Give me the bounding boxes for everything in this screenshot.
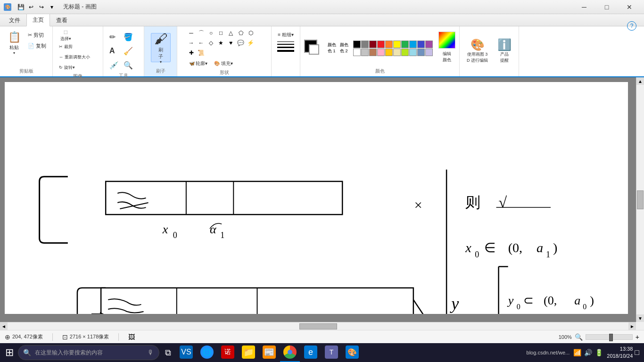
shape-pentagon[interactable]: ⬠ <box>236 28 246 38</box>
product-reminder-btn[interactable]: ℹ️ 产品提醒 <box>494 36 515 66</box>
color2-swatch[interactable] <box>309 44 319 55</box>
thickness-1[interactable] <box>277 41 294 42</box>
resize-btn[interactable]: ↔ 重新调整大小 <box>57 52 92 62</box>
fill-shape-btn[interactable]: 🎨 填充▾ <box>212 59 235 68</box>
thickness-4[interactable] <box>277 50 294 52</box>
taskbar-paint[interactable]: 🎨 <box>342 343 362 362</box>
color-gray[interactable] <box>361 41 369 48</box>
paint3d-btn[interactable]: 🎨 使用画图 3D 进行编辑 <box>463 36 491 66</box>
canvas-container[interactable]: x 0 α 1 × 则 √ <box>0 77 636 322</box>
color-lightblue[interactable] <box>409 41 417 48</box>
color-skyblue[interactable] <box>409 49 417 56</box>
pencil-btn[interactable]: ✏ <box>107 30 120 43</box>
scrollbar-horizontal[interactable]: ◄ ► <box>0 322 636 330</box>
edit-colors-btn[interactable]: 编辑颜色 <box>440 49 454 65</box>
taskbar-app3[interactable]: 诺 <box>218 343 238 362</box>
scrollbar-vertical[interactable]: ▲ ▼ <box>636 77 644 322</box>
shape-cross[interactable]: ✚ <box>187 48 196 58</box>
network-icon[interactable]: 📶 <box>573 349 581 356</box>
taskbar-app5[interactable]: 📰 <box>259 343 279 362</box>
color-white[interactable] <box>353 49 361 56</box>
shape-triangle[interactable]: △ <box>226 28 236 38</box>
color-lavender[interactable] <box>425 49 433 56</box>
shape-oval[interactable]: ○ <box>206 28 216 38</box>
notification-icon[interactable]: □ <box>635 348 639 357</box>
qa-dropdown-btn[interactable]: ▾ <box>47 2 57 12</box>
color-steelblue[interactable] <box>417 49 425 56</box>
maximize-btn[interactable]: □ <box>596 0 618 14</box>
shape-lightning[interactable]: ⚡ <box>246 38 256 48</box>
zoom-slider[interactable] <box>586 334 633 340</box>
shape-arrow-l[interactable]: ← <box>197 38 206 48</box>
taskbar-files[interactable]: 📁 <box>239 343 258 362</box>
scroll-thumb-v[interactable] <box>637 190 644 209</box>
color-blue[interactable] <box>417 41 425 48</box>
battery-icon[interactable]: 🔋 <box>595 349 603 356</box>
cut-btn[interactable]: ✂ 剪切 <box>25 30 49 40</box>
thickness-3[interactable] <box>277 47 294 48</box>
volume-icon[interactable]: 🔊 <box>584 349 592 356</box>
start-button[interactable]: ⊞ <box>2 345 17 360</box>
undo-quick-btn[interactable]: ↩ <box>26 2 36 12</box>
magnifier-btn[interactable]: 🔍 <box>121 58 134 72</box>
taskbar-edge[interactable]: e <box>301 343 321 362</box>
color-orange[interactable] <box>385 41 393 48</box>
color-darkred[interactable] <box>369 41 377 48</box>
color-black[interactable] <box>353 41 361 48</box>
zoom-in-btn[interactable]: + <box>636 333 639 341</box>
help-btn[interactable]: ? <box>627 21 636 31</box>
color-purple[interactable] <box>425 41 433 48</box>
color-red[interactable] <box>377 41 385 48</box>
system-clock[interactable]: 13:38 2018/10/24 <box>607 346 633 360</box>
minimize-btn[interactable]: ─ <box>573 0 595 14</box>
thickness-2[interactable] <box>277 44 294 45</box>
paste-btn[interactable]: 📋 粘贴 ▾ <box>4 28 25 58</box>
shape-line[interactable]: ─ <box>187 28 196 38</box>
eraser-btn[interactable]: 🧹 <box>121 44 134 58</box>
redo-quick-btn[interactable]: ↪ <box>37 2 46 12</box>
color-cream[interactable] <box>393 49 401 56</box>
shape-star[interactable]: ★ <box>216 38 226 48</box>
taskbar-vscode[interactable]: VS <box>176 343 196 362</box>
color-green[interactable] <box>401 41 409 48</box>
color-brown[interactable] <box>369 49 377 56</box>
taskbar-chrome[interactable] <box>280 343 300 362</box>
color-lime[interactable] <box>401 49 409 56</box>
shape-callout[interactable]: 💬 <box>236 38 246 48</box>
tab-file[interactable]: 文件 <box>3 14 26 26</box>
select-btn[interactable]: ⬚ 选择▾ <box>57 28 74 41</box>
save-quick-btn[interactable]: 💾 <box>16 2 25 12</box>
rotate-btn[interactable]: ↻ 旋转▾ <box>57 63 92 72</box>
zoom-out-btn[interactable]: 🔍 <box>575 333 583 341</box>
scroll-up-btn[interactable]: ▲ <box>636 77 644 85</box>
fill-btn[interactable]: 🪣 <box>121 30 134 43</box>
brush-btn[interactable]: 🖌 刷子 ▾ <box>151 33 171 62</box>
zoom-thumb[interactable] <box>609 334 613 341</box>
scroll-thumb-h[interactable] <box>299 323 337 329</box>
thickness-btn[interactable]: ≡ 粗细▾ <box>275 30 296 40</box>
scroll-right-btn[interactable]: ► <box>628 322 636 330</box>
outline-btn[interactable]: 🦋 轮廓▾ <box>187 59 210 68</box>
scroll-left-btn[interactable]: ◄ <box>0 322 8 330</box>
shape-scroll[interactable]: 📜 <box>197 48 206 58</box>
shape-diamond[interactable]: ◇ <box>206 38 216 48</box>
color-gold[interactable] <box>385 49 393 56</box>
task-view-btn[interactable]: ⧉ <box>160 345 175 360</box>
shape-rect[interactable]: □ <box>216 28 226 38</box>
text-btn[interactable]: A <box>107 44 120 58</box>
eyedropper-btn[interactable]: 💉 <box>107 58 120 72</box>
shape-heart[interactable]: ♥ <box>226 38 236 48</box>
color-pink[interactable] <box>377 49 385 56</box>
tab-home[interactable]: 主页 <box>26 14 50 26</box>
crop-btn[interactable]: ✂ 裁剪 <box>57 42 75 51</box>
color-lightgray[interactable] <box>361 49 369 56</box>
color-yellow[interactable] <box>393 41 401 48</box>
copy-btn[interactable]: 📄 复制 <box>25 41 49 51</box>
taskbar-search[interactable]: 🔍 在这里输入你要搜索的内容 🎙 <box>18 345 159 360</box>
taskbar-app2[interactable]: 🌐 <box>197 343 217 362</box>
tab-view[interactable]: 查看 <box>50 14 74 26</box>
shape-curve[interactable]: ⌒ <box>197 28 206 38</box>
close-btn[interactable]: ✕ <box>619 0 640 14</box>
mic-icon[interactable]: 🎙 <box>148 349 154 356</box>
scroll-down-btn[interactable]: ▼ <box>636 314 644 322</box>
